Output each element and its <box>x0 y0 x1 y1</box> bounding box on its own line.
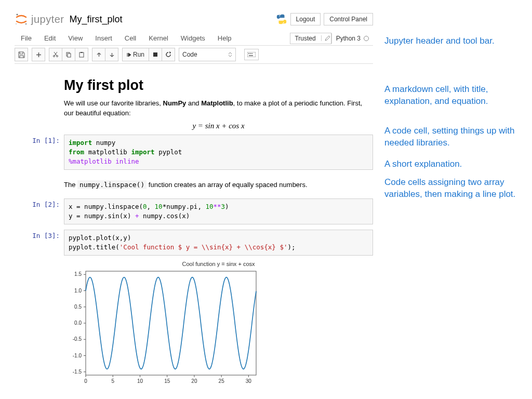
annotation-4: A short explanation. <box>384 158 520 170</box>
markdown-cell-1[interactable]: My first plot We will use our favorite l… <box>64 74 373 135</box>
annotation-2: A markdown cell, with title, explanation… <box>384 84 520 108</box>
add-cell-button[interactable] <box>32 48 45 61</box>
code-cell-2[interactable]: In [2]: x = numpy.linspace(0, 10*numpy.p… <box>15 198 373 224</box>
notebook-container: jupyter My_first_plot Logout Control Pan… <box>15 11 373 388</box>
svg-text:-1.5: -1.5 <box>73 369 82 375</box>
svg-text:1.5: 1.5 <box>74 272 82 277</box>
code-input-1[interactable]: import numpy from matplotlib import pypl… <box>64 135 373 170</box>
svg-point-1 <box>25 23 27 25</box>
md-equation: y = sin x + cos x <box>64 122 373 130</box>
annotations: Jupyter header and tool bar. A markdown … <box>384 35 520 219</box>
run-icon <box>127 52 131 57</box>
svg-text:5: 5 <box>111 378 114 384</box>
svg-text:0.5: 0.5 <box>74 304 82 310</box>
code-cell-3[interactable]: In [3]: pyplot.plot(x,y) pyplot.title('C… <box>15 230 373 256</box>
annotation-1: Jupyter header and tool bar. <box>384 35 520 47</box>
menu-help[interactable]: Help <box>211 32 238 44</box>
svg-point-0 <box>17 14 18 16</box>
python-logo-icon <box>276 14 287 25</box>
copy-button[interactable] <box>62 48 75 61</box>
toolbar: Run Code <box>15 46 373 64</box>
annotation-5: Code cells assigning two array variables… <box>384 177 520 201</box>
markdown-cell-2[interactable]: The numpy.linspace() function creates an… <box>64 175 373 198</box>
cell-type-select[interactable]: Code <box>179 48 236 61</box>
md-title: My first plot <box>64 77 373 94</box>
prompt-in-1: In [1]: <box>15 135 64 170</box>
notebook-title[interactable]: My_first_plot <box>70 14 123 25</box>
svg-text:-0.5: -0.5 <box>73 337 82 342</box>
plot-output: Cool function y = sinx + cosx -1.5-1.0-0… <box>64 261 373 388</box>
svg-point-2 <box>16 23 17 24</box>
svg-text:10: 10 <box>137 378 143 384</box>
cut-button[interactable] <box>49 48 62 61</box>
notebook-content: My first plot We will use our favorite l… <box>15 64 373 388</box>
code-input-3[interactable]: pyplot.plot(x,y) pyplot.title('Cool func… <box>64 230 373 256</box>
header-right: Logout Control Panel <box>276 13 373 25</box>
svg-text:0: 0 <box>84 378 87 384</box>
jupyter-logo-icon <box>15 12 28 26</box>
svg-rect-15 <box>251 53 252 54</box>
menu-insert[interactable]: Insert <box>89 32 118 44</box>
move-up-button[interactable] <box>92 48 105 61</box>
svg-point-4 <box>283 22 284 23</box>
menu-kernel[interactable]: Kernel <box>142 32 175 44</box>
interrupt-button[interactable] <box>149 48 162 61</box>
menu-widgets[interactable]: Widgets <box>175 32 211 44</box>
prompt-in-2: In [2]: <box>15 198 64 224</box>
svg-rect-12 <box>247 52 256 57</box>
jupyter-logo[interactable]: jupyter <box>15 12 64 26</box>
svg-text:15: 15 <box>164 378 170 384</box>
code-cell-1[interactable]: In [1]: import numpy from matplotlib imp… <box>15 135 373 170</box>
code-input-2[interactable]: x = numpy.linspace(0, 10*numpy.pi, 10**3… <box>64 198 373 224</box>
header: jupyter My_first_plot Logout Control Pan… <box>15 11 373 27</box>
line-chart: -1.5-1.0-0.50.00.51.01.5051015202530 <box>64 268 261 388</box>
svg-point-3 <box>279 16 280 17</box>
jupyter-logo-text: jupyter <box>31 14 64 25</box>
svg-text:0.0: 0.0 <box>74 320 82 326</box>
annotation-3: A code cell, setting things up with need… <box>384 125 520 149</box>
plot-title: Cool function y = sinx + cosx <box>64 261 373 267</box>
menu-edit[interactable]: Edit <box>38 32 62 44</box>
control-panel-button[interactable]: Control Panel <box>324 13 373 25</box>
pencil-icon <box>321 35 327 41</box>
run-button[interactable]: Run <box>122 48 149 61</box>
logout-button[interactable]: Logout <box>290 13 321 25</box>
svg-rect-8 <box>68 54 71 57</box>
trusted-indicator[interactable]: Trusted <box>290 33 331 44</box>
menu-file[interactable]: File <box>15 32 38 44</box>
kernel-indicator[interactable]: Python 3 <box>331 33 373 44</box>
move-down-button[interactable] <box>105 48 118 61</box>
md2-paragraph: The numpy.linspace() function creates an… <box>64 180 373 190</box>
svg-rect-16 <box>249 55 253 56</box>
command-palette-button[interactable] <box>244 49 259 60</box>
menu-cell[interactable]: Cell <box>118 32 142 44</box>
trusted-label: Trusted <box>295 35 315 42</box>
svg-rect-14 <box>250 53 251 54</box>
select-chevrons-icon <box>228 52 232 57</box>
kernel-label: Python 3 <box>336 35 361 42</box>
svg-text:20: 20 <box>191 378 197 384</box>
svg-text:1.0: 1.0 <box>74 288 82 294</box>
kernel-idle-icon <box>364 36 369 41</box>
save-button[interactable] <box>15 48 28 61</box>
md-paragraph: We will use our favorite libraries, NumP… <box>64 99 373 118</box>
svg-text:30: 30 <box>246 378 252 384</box>
svg-rect-17 <box>86 271 256 375</box>
menu-view[interactable]: View <box>62 32 89 44</box>
cell-type-label: Code <box>182 51 197 58</box>
paste-button[interactable] <box>75 48 88 61</box>
svg-rect-11 <box>153 52 157 57</box>
svg-rect-9 <box>79 52 84 57</box>
menubar: File Edit View Insert Cell Kernel Widget… <box>15 31 373 46</box>
prompt-in-3: In [3]: <box>15 230 64 256</box>
svg-text:25: 25 <box>219 378 225 384</box>
svg-rect-13 <box>248 53 249 54</box>
run-label: Run <box>133 51 144 58</box>
svg-rect-10 <box>81 52 83 53</box>
restart-button[interactable] <box>162 48 175 61</box>
svg-text:-1.0: -1.0 <box>73 353 82 358</box>
